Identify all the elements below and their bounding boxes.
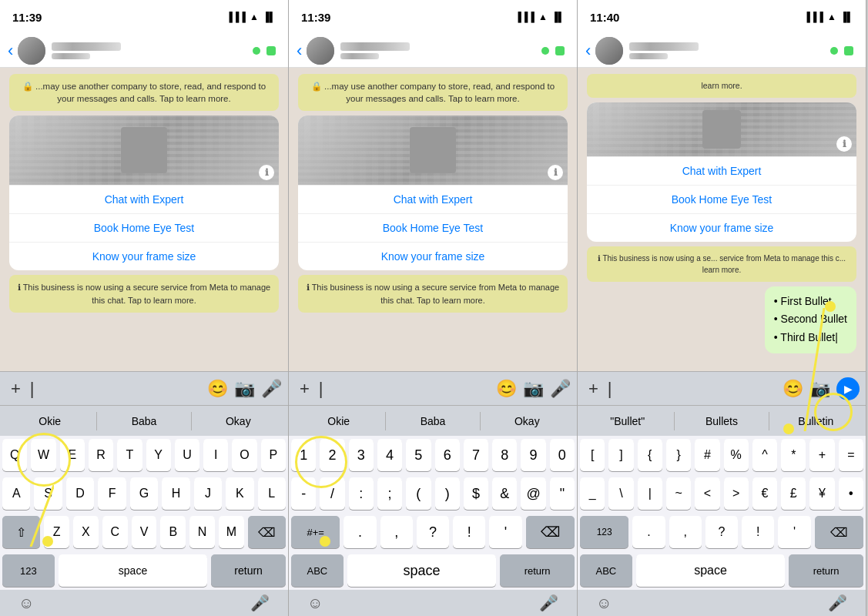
key-minus[interactable]: - (291, 477, 316, 510)
return-key-1[interactable]: return (211, 554, 286, 587)
key-1[interactable]: 1 (291, 439, 316, 471)
key-X[interactable]: X (73, 516, 99, 548)
know-frame-btn-2[interactable]: Know your frame size (298, 243, 568, 270)
key-W[interactable]: W (31, 439, 55, 471)
key-P[interactable]: P (261, 439, 286, 471)
space-key-2[interactable]: space (347, 554, 497, 587)
sticker-icon-2[interactable]: 😊 (496, 379, 517, 399)
key-V[interactable]: V (132, 516, 157, 548)
key-N[interactable]: N (189, 516, 215, 548)
pred-2-2[interactable]: Baba (386, 412, 480, 430)
sticker-icon-3[interactable]: 😊 (783, 379, 803, 399)
chat-expert-btn-3[interactable]: Chat with Expert (587, 157, 856, 186)
key-star[interactable]: * (781, 439, 806, 471)
delete-key-1[interactable]: ⌫ (248, 516, 286, 548)
pred-3-2[interactable]: Bullets (675, 412, 769, 430)
camera-icon-1[interactable]: 📷 (234, 379, 255, 399)
key-D[interactable]: D (66, 477, 94, 510)
key-R[interactable]: R (89, 439, 113, 471)
key-quote[interactable]: " (550, 477, 575, 510)
pred-1-1[interactable]: Okie (3, 412, 97, 430)
key-Y[interactable]: Y (146, 439, 171, 471)
key-under[interactable]: _ (580, 477, 605, 510)
key-G[interactable]: G (130, 477, 158, 510)
key-exclaim[interactable]: ! (453, 516, 485, 548)
key-rbracket[interactable]: ] (608, 439, 633, 471)
key-H[interactable]: H (162, 477, 189, 510)
return-key-3[interactable]: return (789, 554, 863, 587)
key-comma[interactable]: , (380, 516, 413, 548)
send-button-3[interactable]: ▶ (836, 377, 860, 400)
num-mode-key-1[interactable]: 123 (2, 554, 55, 587)
key-lt[interactable]: < (695, 477, 719, 510)
mic-icon-2[interactable]: 🎤 (550, 379, 571, 399)
info-badge-3[interactable]: ℹ (836, 136, 852, 152)
key-L[interactable]: L (258, 477, 286, 510)
space-key-3[interactable]: space (636, 554, 786, 587)
abc-mode-key-3[interactable]: ABC (580, 554, 632, 587)
key-B[interactable]: B (160, 516, 186, 548)
return-key-2[interactable]: return (500, 554, 575, 587)
pred-2-3[interactable]: Okay (481, 412, 574, 430)
key-U[interactable]: U (175, 439, 199, 471)
key-0[interactable]: 0 (550, 439, 575, 471)
key-dollar[interactable]: $ (464, 477, 488, 510)
mic-bottom-icon-2[interactable]: 🎤 (539, 594, 558, 612)
num-mode-key-3[interactable]: 123 (580, 516, 628, 548)
book-eye-btn-2[interactable]: Book Home Eye Test (298, 214, 568, 243)
key-hash[interactable]: # (695, 439, 719, 471)
key-6[interactable]: 6 (435, 439, 460, 471)
emoji-icon-3[interactable]: ☺ (596, 594, 612, 612)
key-apos-3[interactable]: ' (778, 516, 810, 548)
plus-button-1[interactable]: + (6, 376, 25, 402)
key-apos[interactable]: ' (489, 516, 521, 548)
key-T[interactable]: T (117, 439, 142, 471)
key-lbrace[interactable]: { (638, 439, 662, 471)
key-E[interactable]: E (60, 439, 85, 471)
pred-2-1[interactable]: Okie (292, 412, 386, 430)
key-gt[interactable]: > (724, 477, 749, 510)
delete-key-3[interactable]: ⌫ (815, 516, 863, 548)
key-8[interactable]: 8 (492, 439, 517, 471)
key-exclaim-3[interactable]: ! (742, 516, 774, 548)
key-F[interactable]: F (98, 477, 126, 510)
key-semi[interactable]: ; (377, 477, 402, 510)
key-2[interactable]: 2 (320, 439, 344, 471)
key-M[interactable]: M (219, 516, 244, 548)
mic-icon-1[interactable]: 🎤 (261, 379, 282, 399)
key-J[interactable]: J (194, 477, 222, 510)
delete-key-2[interactable]: ⌫ (526, 516, 575, 548)
key-tilde[interactable]: ~ (666, 477, 691, 510)
back-button-2[interactable]: ‹ (297, 41, 302, 61)
chat-expert-btn-1[interactable]: Chat with Expert (9, 186, 279, 214)
key-lparen[interactable]: ( (406, 477, 431, 510)
pred-1-3[interactable]: Okay (192, 412, 285, 430)
key-eq[interactable]: = (839, 439, 863, 471)
sym-mode-key-2[interactable]: #+= (291, 516, 340, 548)
chat-expert-btn-2[interactable]: Chat with Expert (298, 186, 568, 214)
key-at[interactable]: @ (521, 477, 545, 510)
key-caret[interactable]: ^ (752, 439, 777, 471)
key-O[interactable]: O (232, 439, 256, 471)
key-S[interactable]: S (34, 477, 62, 510)
mic-bottom-icon-3[interactable]: 🎤 (828, 594, 847, 612)
key-lbracket[interactable]: [ (580, 439, 605, 471)
key-rbrace[interactable]: } (666, 439, 691, 471)
pred-3-3[interactable]: Bulletin (769, 412, 863, 430)
sticker-icon-1[interactable]: 😊 (207, 379, 228, 399)
key-pipe[interactable]: | (638, 477, 662, 510)
abc-mode-key-2[interactable]: ABC (291, 554, 344, 587)
space-key-1[interactable]: space (59, 554, 208, 587)
key-C[interactable]: C (102, 516, 128, 548)
key-plus[interactable]: + (809, 439, 834, 471)
pred-3-1[interactable]: "Bullet" (581, 412, 675, 430)
key-3[interactable]: 3 (349, 439, 374, 471)
key-5[interactable]: 5 (406, 439, 431, 471)
key-4[interactable]: 4 (377, 439, 402, 471)
shift-key-1[interactable]: ⇧ (2, 516, 40, 548)
plus-button-2[interactable]: + (295, 376, 314, 402)
key-question-3[interactable]: ? (705, 516, 738, 548)
key-percent[interactable]: % (724, 439, 749, 471)
key-7[interactable]: 7 (464, 439, 488, 471)
key-period[interactable]: . (344, 516, 376, 548)
